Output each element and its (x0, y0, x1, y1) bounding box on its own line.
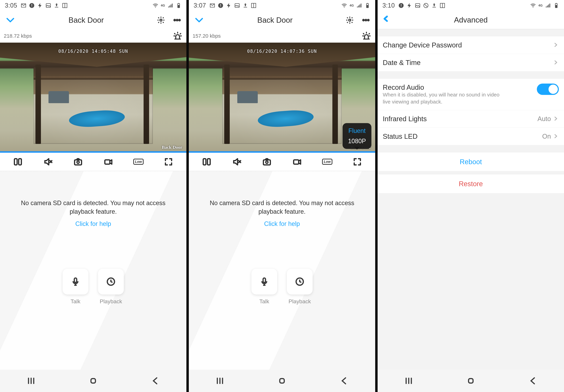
phone-screen-3: 3:10 4G Advanced Change Device Pa (375, 0, 564, 392)
row-label: Record Audio (383, 84, 537, 91)
gmail-icon (210, 2, 215, 8)
android-nav-bar (378, 370, 564, 392)
chevron-right-icon (553, 60, 559, 66)
record-audio-toggle[interactable] (537, 84, 559, 95)
multi-view-icon[interactable] (13, 157, 23, 167)
live-video-feed[interactable]: 08/16/2020 14:07:36 SUN Back Door Fluent… (189, 43, 375, 153)
page-title: Advanced (454, 16, 488, 24)
sd-card-warning: No camera SD card is detected. You may n… (202, 199, 362, 216)
talk-label: Talk (71, 298, 81, 305)
svg-rect-10 (178, 5, 180, 7)
network-label: 4G (538, 4, 543, 7)
status-clock: 3:10 (382, 2, 395, 9)
back-button[interactable] (337, 374, 351, 388)
fullscreen-icon[interactable] (163, 157, 174, 167)
record-video-icon[interactable] (292, 157, 302, 167)
mute-icon[interactable] (232, 157, 242, 167)
gmail-icon (21, 2, 27, 8)
svg-rect-20 (74, 278, 77, 282)
svg-rect-53 (401, 4, 401, 6)
video-toolbar: Low (189, 153, 375, 171)
fullscreen-icon[interactable] (352, 157, 363, 167)
talk-button[interactable] (63, 269, 88, 294)
svg-point-33 (344, 7, 345, 8)
chevron-right-icon (553, 116, 559, 122)
row-value: Auto (537, 115, 551, 123)
snapshot-camera-icon[interactable] (262, 157, 272, 167)
siren-icon[interactable] (173, 31, 183, 41)
camera-title: Back Door (69, 16, 104, 24)
playback-button[interactable] (98, 269, 124, 294)
row-value: On (542, 133, 551, 140)
svg-point-11 (160, 19, 162, 21)
recents-button[interactable] (402, 374, 416, 388)
svg-point-12 (174, 19, 175, 21)
advanced-header: Advanced (378, 11, 564, 29)
quality-button[interactable]: Low (322, 157, 332, 167)
back-chevron[interactable] (382, 15, 392, 25)
bitrate-bar: 218.72 kbps (0, 29, 186, 43)
home-button[interactable] (464, 374, 478, 388)
svg-point-7 (155, 7, 156, 8)
home-button[interactable] (275, 374, 289, 388)
book-icon (439, 2, 445, 8)
settings-gear-icon[interactable] (345, 16, 354, 25)
quality-option-fluent[interactable]: Fluent (348, 127, 366, 134)
wifi-icon (530, 2, 536, 8)
siren-icon[interactable] (361, 31, 371, 41)
talk-button[interactable] (251, 269, 277, 294)
restore-button[interactable]: Restore (378, 174, 564, 193)
quality-option-1080p[interactable]: 1080P (348, 138, 366, 145)
live-video-feed[interactable]: 08/16/2020 14:05:48 SUN Back Door (0, 43, 186, 153)
svg-rect-63 (556, 3, 557, 4)
multi-view-icon[interactable] (201, 157, 212, 167)
image-icon (45, 2, 51, 8)
svg-point-61 (533, 7, 533, 8)
back-button[interactable] (148, 374, 162, 388)
more-menu-icon[interactable] (361, 16, 370, 25)
signal-bars-icon (168, 2, 173, 8)
mute-icon[interactable] (43, 157, 53, 167)
playback-label: Playback (289, 298, 311, 305)
svg-rect-25 (91, 378, 95, 383)
help-link[interactable]: Click for help (264, 220, 300, 227)
recents-button[interactable] (24, 374, 38, 388)
row-record-audio[interactable]: Record Audio When it is disabled, you wi… (378, 79, 564, 110)
back-chevron[interactable] (5, 14, 16, 26)
svg-rect-45 (294, 160, 298, 164)
help-link[interactable]: Click for help (75, 220, 111, 227)
svg-point-38 (363, 19, 364, 21)
svg-point-37 (349, 19, 351, 21)
home-button[interactable] (86, 374, 100, 388)
playback-label: Playback (100, 298, 122, 305)
android-status-bar: 3:07 4G (189, 0, 375, 11)
svg-rect-35 (367, 3, 368, 4)
back-chevron[interactable] (194, 14, 205, 26)
record-video-icon[interactable] (103, 157, 113, 167)
row-change-password[interactable]: Change Device Password (378, 36, 564, 54)
back-button[interactable] (526, 374, 540, 388)
playback-button[interactable] (287, 269, 313, 294)
wifi-icon (153, 2, 158, 8)
svg-rect-46 (263, 278, 266, 282)
signal-bars-icon (545, 2, 551, 8)
quality-button[interactable]: Low (133, 157, 143, 167)
row-label: Date & Time (383, 59, 421, 67)
upload-icon (242, 2, 248, 8)
wifi-icon (341, 2, 347, 8)
svg-point-40 (367, 19, 369, 21)
row-status-led[interactable]: Status LED On (378, 128, 564, 145)
bolt-icon (37, 2, 43, 8)
reboot-button[interactable]: Reboot (378, 153, 564, 171)
video-toolbar: Low (0, 153, 186, 171)
row-date-time[interactable]: Date & Time (378, 54, 564, 71)
row-infrared-lights[interactable]: Infrared Lights Auto (378, 110, 564, 128)
row-label: Status LED (383, 133, 418, 140)
svg-point-18 (77, 161, 79, 163)
settings-gear-icon[interactable] (156, 16, 165, 25)
recents-button[interactable] (213, 374, 227, 388)
more-menu-icon[interactable] (173, 16, 182, 25)
snapshot-camera-icon[interactable] (73, 157, 83, 167)
book-icon (251, 2, 256, 8)
video-timestamp: 08/16/2020 14:07:36 SUN (247, 49, 317, 54)
